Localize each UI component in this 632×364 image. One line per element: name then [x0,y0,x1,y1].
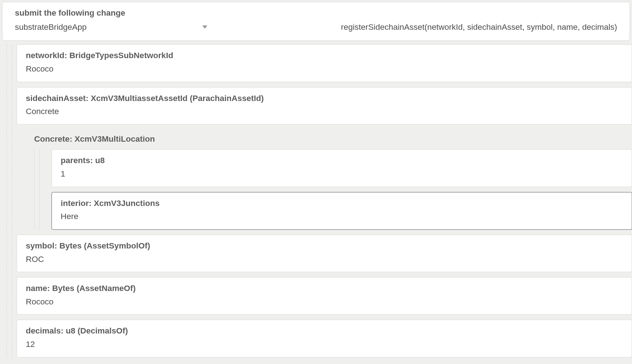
header-row: substrateBridgeApp registerSidechainAsse… [15,21,617,33]
param-label: sidechainAsset: XcmV3MultiassetAssetId (… [26,93,623,105]
param-label: decimals: u8 (DecimalsOf) [26,325,623,337]
param-networkId[interactable]: networkId: BridgeTypesSubNetworkId Rococ… [17,44,632,82]
module-name: substrateBridgeApp [15,21,87,33]
param-value: Rococo [26,63,623,75]
indent-guide [39,149,40,230]
param-parents[interactable]: parents: u8 1 [52,149,632,187]
indent-guide [7,44,7,357]
param-name[interactable]: name: Bytes (AssetNameOf) Rococo [17,277,632,315]
param-symbol[interactable]: symbol: Bytes (AssetSymbolOf) ROC [17,235,632,272]
indent-guide [34,149,35,230]
param-decimals[interactable]: decimals: u8 (DecimalsOf) 12 [17,320,632,357]
param-interior[interactable]: interior: XcmV3Junctions Here [52,192,632,230]
param-label: interior: XcmV3Junctions [61,198,623,210]
param-label: parents: u8 [61,155,623,167]
param-label: name: Bytes (AssetNameOf) [26,283,623,295]
param-label: networkId: BridgeTypesSubNetworkId [26,50,623,62]
module-select[interactable]: substrateBridgeApp [15,21,207,33]
param-value: 12 [26,339,623,351]
param-value: 1 [61,168,623,180]
params-area: networkId: BridgeTypesSubNetworkId Rococ… [0,44,632,357]
param-value: Here [61,211,623,223]
param-value: Rococo [26,296,623,308]
concrete-nested: parents: u8 1 interior: XcmV3Junctions H… [17,149,632,230]
indent-guide [12,44,12,357]
param-value: ROC [26,254,623,266]
param-sidechainAsset[interactable]: sidechainAsset: XcmV3MultiassetAssetId (… [17,87,632,125]
param-label: symbol: Bytes (AssetSymbolOf) [26,240,623,252]
extrinsic-header: submit the following change substrateBri… [2,2,630,41]
param-value: Concrete [26,106,623,118]
header-title: submit the following change [15,7,617,19]
method-signature[interactable]: registerSidechainAsset(networkId, sidech… [222,21,617,33]
concrete-section-label: Concrete: XcmV3MultiLocation [17,130,632,150]
chevron-down-icon [202,25,207,29]
